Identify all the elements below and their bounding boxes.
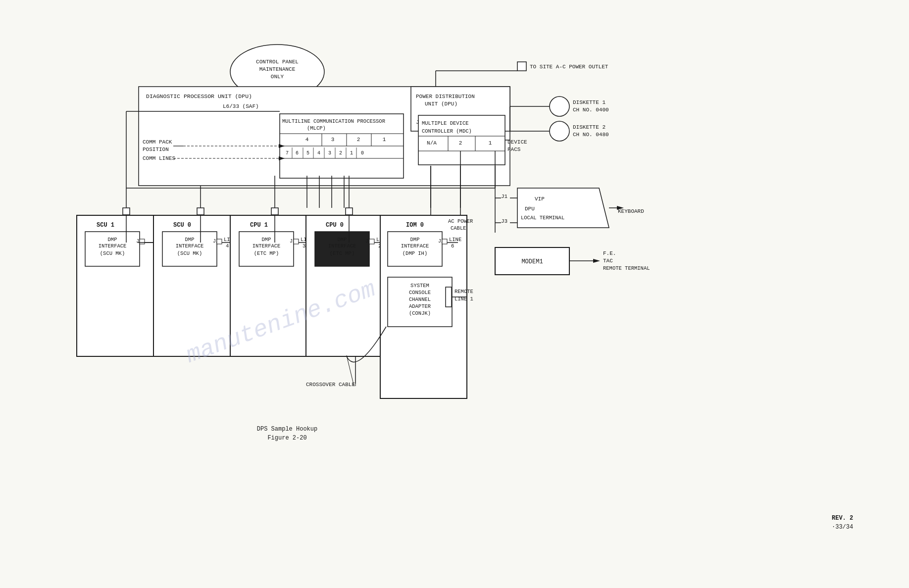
svg-rect-110 [197, 208, 204, 215]
modem-label: MODEM1 [521, 258, 543, 265]
svg-text:(CONJK): (CONJK) [409, 310, 431, 316]
l6-33-label: L6/33 (SAF) [223, 103, 259, 109]
mlcp-pos-4: 4 [305, 137, 309, 143]
svg-text:INTERFACE: INTERFACE [176, 243, 204, 249]
vip-label: VIP [535, 196, 545, 202]
scu0-label: SCU 0 [173, 222, 191, 229]
scu1-dmp-label: DMP [108, 237, 117, 243]
svg-text:3: 3 [303, 243, 305, 249]
diagram-container: CONTROL PANEL MAINTENANCE ONLY DIAGNOSTI… [0, 0, 909, 588]
svg-text:TAC: TAC [603, 258, 613, 264]
mdc-label: MULTIPLE DEVICE [422, 120, 469, 126]
svg-text:(SCU MK): (SCU MK) [100, 250, 125, 256]
svg-rect-116 [346, 208, 353, 215]
svg-rect-8 [517, 62, 526, 71]
svg-text:4: 4 [226, 243, 229, 249]
iom0-label: IOM 0 [406, 222, 424, 229]
svg-text:6: 6 [451, 243, 454, 249]
caption-line1: DPS Sample Hookup [257, 426, 317, 433]
mdc-na: N/A [427, 140, 437, 146]
iom0-dmp-label: DMP [410, 237, 420, 243]
mlcp-pos-2: 2 [357, 137, 360, 143]
ac-power-label: AC POWER [448, 218, 473, 224]
sys-console-label: SYSTEM [410, 283, 429, 289]
svg-text:MAINTENANCE: MAINTENANCE [259, 66, 296, 72]
dpu-local-label: DPU [525, 206, 535, 212]
svg-rect-66 [294, 239, 299, 244]
svg-text:INTERFACE: INTERFACE [328, 243, 356, 249]
svg-text:REMOTE TERMINAL: REMOTE TERMINAL [603, 265, 650, 271]
svg-rect-86 [446, 287, 452, 307]
comm-line-7: 7 [286, 150, 289, 156]
svg-rect-72 [369, 239, 374, 244]
revision-label: REV. 2 [832, 515, 853, 522]
svg-text:INTERFACE: INTERFACE [401, 243, 429, 249]
svg-text:(ETC MP): (ETC MP) [254, 250, 279, 256]
svg-rect-78 [442, 239, 447, 244]
svg-text:CH NO. 0400: CH NO. 0400 [573, 107, 609, 113]
svg-text:CABLE: CABLE [451, 225, 466, 231]
cpu0-dmp-label: DMP [338, 237, 347, 243]
comm-lines-label: COMM LINES [143, 155, 175, 161]
remote-line1-label: REMOTE [454, 289, 473, 294]
svg-text:ADAPTER: ADAPTER [409, 303, 431, 309]
scu0-dmp-label: DMP [185, 237, 195, 243]
svg-text:UNIT (DPU): UNIT (DPU) [425, 101, 457, 107]
control-panel-text: CONTROL PANEL [256, 59, 299, 65]
mdc-1: 1 [489, 140, 492, 146]
comm-line-2: 2 [339, 150, 342, 156]
comm-line-6: 6 [296, 150, 299, 156]
cpu1-dmp-label: DMP [262, 237, 271, 243]
comm-line-5: 5 [306, 150, 309, 156]
line6-label: LINE [449, 237, 461, 243]
svg-text:(SCU MK): (SCU MK) [177, 250, 202, 256]
page-number: ·33/34 [832, 524, 853, 531]
svg-text:(MLCP): (MLCP) [307, 125, 326, 131]
svg-text:CONTROLLER (MDC): CONTROLLER (MDC) [422, 128, 472, 134]
caption-line2: Figure 2-20 [267, 435, 306, 441]
power-dist-label: POWER DISTRIBUTION [416, 94, 475, 99]
diskette1-symbol [550, 97, 569, 116]
svg-text:(ETC MP): (ETC MP) [330, 250, 354, 256]
comm-line-1: 1 [350, 150, 353, 156]
svg-text:INTERFACE: INTERFACE [99, 243, 127, 249]
j1-label: J1 [501, 194, 508, 199]
svg-text:CH NO. 0480: CH NO. 0480 [573, 132, 609, 138]
mdc-2: 2 [459, 140, 462, 146]
svg-rect-113 [271, 208, 278, 215]
mlcp-label: MULTILINE COMMUNICATION PROCESSOR [282, 118, 386, 124]
svg-rect-55 [140, 239, 145, 244]
svg-text:(DMP IH): (DMP IH) [403, 250, 427, 256]
j3-label: J3 [501, 218, 507, 224]
comm-line-4: 4 [317, 150, 320, 156]
svg-text:CHANNEL: CHANNEL [409, 296, 431, 302]
diskette1-label: DISKETTE 1 [573, 99, 606, 105]
svg-rect-60 [217, 239, 222, 244]
keyboard-label: KEYBOARD [618, 208, 644, 214]
comm-line-0: 0 [361, 150, 364, 156]
svg-text:INTERFACE: INTERFACE [252, 243, 281, 249]
svg-text:POSITION: POSITION [143, 147, 169, 152]
svg-rect-107 [123, 208, 130, 215]
comm-line-3: 3 [328, 150, 331, 156]
device-pacs-label: DEVICE [507, 139, 527, 145]
svg-text:PACS: PACS [507, 147, 521, 152]
diskette2-label: DISKETTE 2 [573, 124, 606, 130]
cpu0-label: CPU 0 [326, 222, 344, 229]
mlcp-pos-1: 1 [383, 137, 386, 143]
to-site-label: TO SITE A-C POWER OUTLET [530, 64, 608, 70]
diskette2-symbol [550, 121, 569, 141]
crossover-cable-label: CROSSOVER CABLE [306, 382, 355, 388]
svg-text:CONSOLE: CONSOLE [409, 290, 431, 295]
comm-pack-label: COMM PACK [143, 139, 172, 145]
dpu-main-label: DIAGNOSTIC PROCESSOR UNIT (DPU) [146, 93, 252, 99]
svg-text:LOCAL TERMINAL: LOCAL TERMINAL [521, 215, 564, 221]
svg-text:ONLY: ONLY [271, 74, 284, 80]
cpu1-label: CPU 1 [250, 222, 268, 229]
mlcp-pos-3: 3 [331, 137, 335, 143]
scu1-label: SCU 1 [97, 222, 114, 229]
fe-tac-label: F.E. [603, 250, 616, 256]
